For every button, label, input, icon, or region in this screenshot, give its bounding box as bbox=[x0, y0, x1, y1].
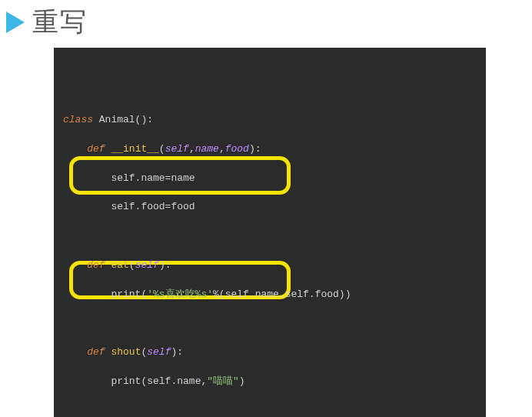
code-line: def shout(self): bbox=[63, 345, 477, 360]
code-line bbox=[63, 229, 477, 244]
code-line: self.name=name bbox=[63, 172, 477, 186]
code-line: def __init__(self,name,food): bbox=[63, 142, 477, 157]
code-container: class Animal(): def __init__(self,name,f… bbox=[54, 48, 486, 417]
code-line: print('%s喜欢吃%s'%(self.name,self.food)) bbox=[63, 288, 477, 302]
code-line: class Animal(): bbox=[63, 113, 477, 128]
slide-title: 重写 bbox=[32, 5, 88, 40]
code-line: def eat(self): bbox=[63, 259, 477, 273]
code-line bbox=[63, 316, 477, 331]
triangle-bullet-icon bbox=[6, 12, 25, 33]
slide-header: 重写 bbox=[0, 0, 532, 48]
code-line: print(self.name,"喵喵") bbox=[63, 375, 477, 389]
code-block: class Animal(): def __init__(self,name,f… bbox=[54, 48, 486, 417]
code-line bbox=[63, 403, 477, 417]
code-line: self.food=food bbox=[63, 200, 477, 215]
